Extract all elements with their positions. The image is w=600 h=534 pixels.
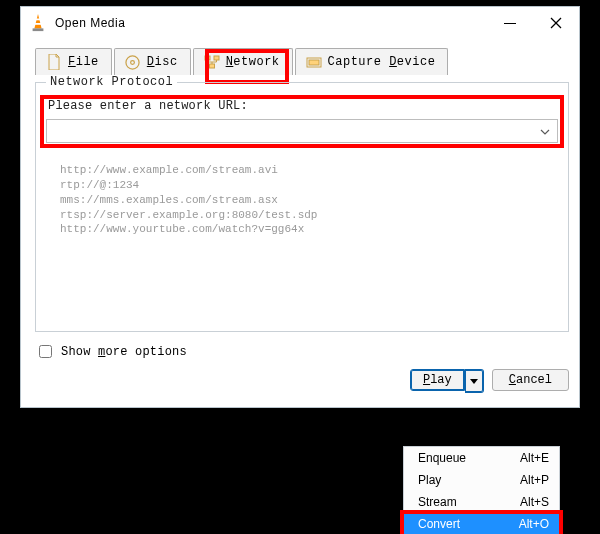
url-examples: http://www.example.com/stream.avi rtp://… — [60, 163, 558, 237]
play-button[interactable]: Play — [410, 369, 465, 391]
capture-device-icon — [306, 54, 322, 70]
network-url-input[interactable] — [46, 119, 558, 143]
url-example-line: http://www.example.com/stream.avi — [60, 163, 558, 178]
show-more-options-input[interactable] — [39, 345, 52, 358]
tab-network[interactable]: Network — [193, 48, 293, 75]
network-icon — [204, 54, 220, 70]
play-split-button[interactable]: Play — [410, 369, 484, 393]
network-protocol-legend: Network Protocol — [46, 75, 177, 89]
menu-item-enqueue[interactable]: Enqueue Alt+E — [404, 447, 559, 469]
url-label: Please enter a network URL: — [48, 99, 558, 113]
svg-rect-1 — [35, 19, 40, 21]
show-more-options-label: Show more options — [61, 345, 187, 359]
tab-disc[interactable]: Disc — [114, 48, 191, 75]
play-action-dropdown-menu: Enqueue Alt+E Play Alt+P Stream Alt+S Co… — [403, 446, 560, 534]
svg-rect-3 — [33, 28, 44, 31]
menu-item-play[interactable]: Play Alt+P — [404, 469, 559, 491]
window-title: Open Media — [55, 16, 487, 30]
menu-item-convert[interactable]: Convert Alt+O — [404, 513, 559, 534]
svg-rect-9 — [214, 56, 219, 60]
tab-network-label: Network — [226, 55, 280, 69]
tab-capture-device-label: Capture Device — [328, 55, 436, 69]
disc-icon — [125, 54, 141, 70]
tab-file[interactable]: File — [35, 48, 112, 75]
close-button[interactable] — [533, 7, 579, 39]
tab-capture-device[interactable]: Capture Device — [295, 48, 449, 75]
tab-strip: File Disc — [35, 43, 569, 75]
menu-item-label: Stream — [418, 495, 457, 509]
file-icon — [46, 54, 62, 70]
open-media-window: Open Media — [20, 6, 580, 408]
minimize-button[interactable] — [487, 7, 533, 39]
menu-item-shortcut: Alt+E — [520, 451, 549, 465]
menu-item-label: Play — [418, 473, 441, 487]
menu-item-stream[interactable]: Stream Alt+S — [404, 491, 559, 513]
svg-point-7 — [131, 60, 135, 64]
menu-item-shortcut: Alt+P — [520, 473, 549, 487]
svg-marker-0 — [34, 14, 41, 28]
url-example-line: http://www.yourtube.com/watch?v=gg64x — [60, 222, 558, 237]
menu-item-label: Convert — [418, 517, 460, 531]
svg-rect-8 — [205, 56, 210, 60]
menu-item-shortcut: Alt+O — [519, 517, 549, 531]
tab-file-label: File — [68, 55, 99, 69]
svg-rect-12 — [309, 60, 319, 65]
menu-item-label: Enqueue — [418, 451, 466, 465]
cancel-button[interactable]: Cancel — [492, 369, 569, 391]
app-vlc-icon — [29, 14, 47, 32]
chevron-down-icon — [470, 379, 478, 384]
titlebar: Open Media — [21, 7, 579, 39]
close-icon — [550, 17, 562, 29]
url-example-line: mms://mms.examples.com/stream.asx — [60, 193, 558, 208]
network-protocol-panel: Network Protocol Please enter a network … — [35, 75, 569, 332]
menu-item-shortcut: Alt+S — [520, 495, 549, 509]
svg-point-6 — [126, 55, 139, 68]
cancel-button-label: Cancel — [509, 373, 552, 387]
svg-rect-10 — [209, 64, 214, 68]
url-example-line: rtp://@:1234 — [60, 178, 558, 193]
url-example-line: rtsp://server.example.org:8080/test.sdp — [60, 208, 558, 223]
tab-disc-label: Disc — [147, 55, 178, 69]
show-more-options-checkbox[interactable]: Show more options — [35, 342, 187, 361]
play-button-dropdown-arrow[interactable] — [465, 369, 484, 393]
play-button-label: Play — [423, 373, 452, 387]
svg-marker-13 — [470, 379, 478, 384]
svg-rect-2 — [35, 23, 41, 25]
